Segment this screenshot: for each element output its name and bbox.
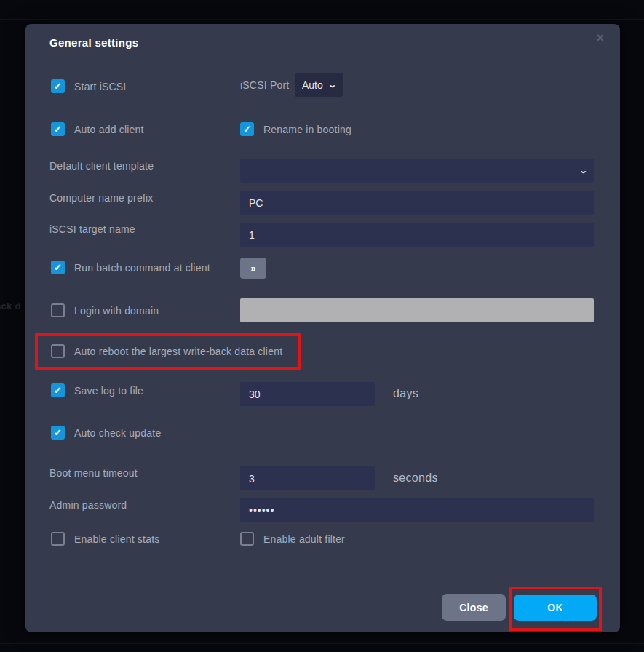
auto-reboot-checkbox[interactable]: ✓ Auto reboot the largest write-back dat… <box>51 344 282 358</box>
checkbox-checked-icon[interactable]: ✓ <box>51 79 65 93</box>
checkbox-checked-icon[interactable]: ✓ <box>51 383 65 397</box>
auto-check-update-label: Auto check update <box>74 427 161 439</box>
login-with-domain-checkbox[interactable]: ✓ Login with domain <box>51 303 159 317</box>
checkbox-checked-icon[interactable]: ✓ <box>51 426 65 440</box>
admin-password-input[interactable] <box>240 498 594 522</box>
iscsi-target-name-label: iSCSI target name <box>49 223 135 235</box>
rename-in-booting-label: Rename in booting <box>263 124 351 135</box>
login-domain-input <box>240 298 594 322</box>
auto-check-update-checkbox[interactable]: ✓ Auto check update <box>51 426 161 440</box>
background-clipped-text: ack d <box>0 301 21 311</box>
close-icon[interactable]: × <box>596 31 604 44</box>
run-batch-command-label: Run batch command at client <box>74 262 210 274</box>
general-settings-dialog: General settings × ✓ Start iSCSI iSCSI P… <box>25 24 620 632</box>
enable-adult-filter-checkbox[interactable]: ✓ Enable adult filter <box>240 532 345 546</box>
background-row-line <box>0 19 644 20</box>
background-row-line <box>0 643 644 644</box>
auto-reboot-label: Auto reboot the largest write-back data … <box>74 346 282 357</box>
checkbox-checked-icon[interactable]: ✓ <box>51 261 65 274</box>
checkbox-unchecked-icon[interactable]: ✓ <box>240 532 254 546</box>
login-with-domain-label: Login with domain <box>74 305 159 317</box>
auto-add-client-checkbox[interactable]: ✓ Auto add client <box>51 122 144 136</box>
checkbox-unchecked-icon[interactable]: ✓ <box>51 344 65 358</box>
seconds-unit-label: seconds <box>393 472 438 485</box>
chevron-down-icon: ⌄ <box>327 80 337 90</box>
iscsi-target-name-input[interactable] <box>240 223 594 247</box>
iscsi-port-select[interactable]: Auto ⌄ <box>295 73 343 97</box>
default-client-template-label: Default client template <box>49 160 154 172</box>
iscsi-port-value: Auto <box>302 79 323 91</box>
enable-client-stats-checkbox[interactable]: ✓ Enable client stats <box>51 532 159 546</box>
start-iscsi-label: Start iSCSI <box>74 81 126 92</box>
start-iscsi-checkbox[interactable]: ✓ Start iSCSI <box>51 79 126 93</box>
default-client-template-select[interactable]: ⌄ <box>240 159 594 183</box>
chevron-down-icon: ⌄ <box>579 166 588 175</box>
computer-name-prefix-input[interactable] <box>240 191 594 215</box>
run-batch-command-checkbox[interactable]: ✓ Run batch command at client <box>51 261 210 274</box>
computer-name-prefix-label: Computer name prefix <box>49 192 154 204</box>
edit-batch-command-button[interactable]: » <box>240 258 266 279</box>
ok-button[interactable]: OK <box>514 595 597 621</box>
checkbox-unchecked-icon[interactable]: ✓ <box>51 532 65 546</box>
boot-menu-timeout-input[interactable] <box>240 466 375 490</box>
checkbox-checked-icon[interactable]: ✓ <box>240 122 254 136</box>
close-button[interactable]: Close <box>442 594 506 621</box>
boot-menu-timeout-label: Boot menu timeout <box>49 467 138 479</box>
checkbox-checked-icon[interactable]: ✓ <box>51 122 65 136</box>
dialog-title: General settings <box>49 36 138 49</box>
checkbox-unchecked-icon[interactable]: ✓ <box>51 303 65 317</box>
days-unit-label: days <box>393 387 418 400</box>
save-log-label: Save log to file <box>74 385 143 397</box>
enable-client-stats-label: Enable client stats <box>74 533 159 545</box>
save-log-checkbox[interactable]: ✓ Save log to file <box>51 383 143 397</box>
auto-add-client-label: Auto add client <box>74 124 144 135</box>
save-log-days-input[interactable] <box>240 382 375 406</box>
rename-in-booting-checkbox[interactable]: ✓ Rename in booting <box>240 122 351 136</box>
iscsi-port-label: iSCSI Port <box>240 79 289 91</box>
admin-password-label: Admin password <box>49 499 127 511</box>
enable-adult-filter-label: Enable adult filter <box>263 533 345 545</box>
